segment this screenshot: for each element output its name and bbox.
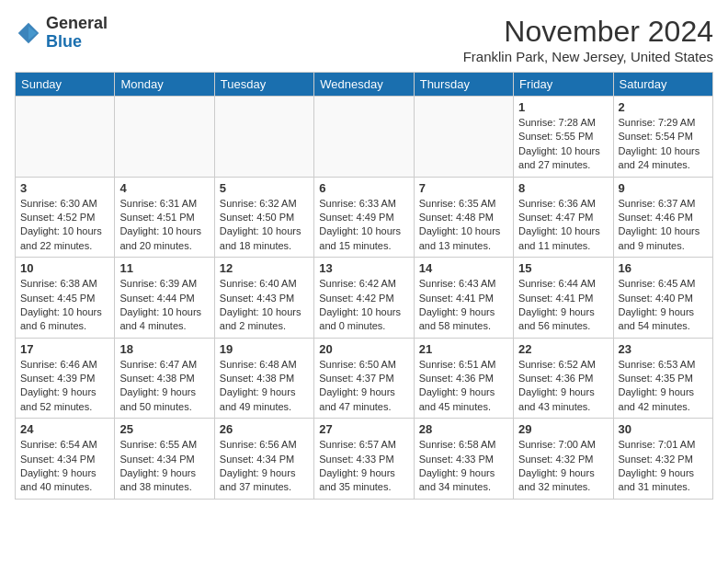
calendar-cell: 17Sunrise: 6:46 AM Sunset: 4:39 PM Dayli… <box>16 338 115 419</box>
day-number: 3 <box>20 181 109 195</box>
day-number: 10 <box>20 261 109 275</box>
day-number: 9 <box>619 181 708 195</box>
calendar-cell <box>214 97 313 178</box>
location-title: Franklin Park, New Jersey, United States <box>463 49 713 64</box>
day-number: 14 <box>419 261 508 275</box>
calendar-cell: 12Sunrise: 6:40 AM Sunset: 4:43 PM Dayli… <box>214 258 313 339</box>
day-number: 20 <box>319 342 408 356</box>
day-number: 28 <box>419 422 508 436</box>
calendar-cell: 3Sunrise: 6:30 AM Sunset: 4:52 PM Daylig… <box>16 177 115 258</box>
day-info: Sunrise: 6:30 AM Sunset: 4:52 PM Dayligh… <box>20 197 109 254</box>
calendar-cell: 2Sunrise: 7:29 AM Sunset: 5:54 PM Daylig… <box>613 97 712 178</box>
month-title: November 2024 <box>463 15 713 49</box>
calendar-day-header: Sunday <box>16 73 115 97</box>
calendar-cell: 20Sunrise: 6:50 AM Sunset: 4:37 PM Dayli… <box>314 338 414 419</box>
day-info: Sunrise: 6:47 AM Sunset: 4:38 PM Dayligh… <box>119 358 209 415</box>
calendar-cell: 6Sunrise: 6:33 AM Sunset: 4:49 PM Daylig… <box>314 177 414 258</box>
calendar-cell: 21Sunrise: 6:51 AM Sunset: 4:36 PM Dayli… <box>414 338 513 419</box>
calendar-cell: 27Sunrise: 6:57 AM Sunset: 4:33 PM Dayli… <box>314 419 414 500</box>
day-info: Sunrise: 6:48 AM Sunset: 4:38 PM Dayligh… <box>220 358 309 415</box>
day-info: Sunrise: 6:32 AM Sunset: 4:50 PM Dayligh… <box>220 197 309 254</box>
day-info: Sunrise: 6:39 AM Sunset: 4:44 PM Dayligh… <box>119 277 209 334</box>
day-number: 17 <box>20 342 109 356</box>
day-number: 25 <box>119 422 209 436</box>
day-info: Sunrise: 6:38 AM Sunset: 4:45 PM Dayligh… <box>20 277 109 334</box>
calendar-cell: 15Sunrise: 6:44 AM Sunset: 4:41 PM Dayli… <box>514 258 613 339</box>
calendar-cell: 29Sunrise: 7:00 AM Sunset: 4:32 PM Dayli… <box>514 419 613 500</box>
day-number: 15 <box>518 261 608 275</box>
logo: General Blue <box>15 15 108 52</box>
day-number: 27 <box>319 422 408 436</box>
page-header: General Blue November 2024 Franklin Park… <box>15 15 713 64</box>
day-info: Sunrise: 6:33 AM Sunset: 4:49 PM Dayligh… <box>319 197 408 254</box>
title-area: November 2024 Franklin Park, New Jersey,… <box>463 15 713 64</box>
calendar-cell: 25Sunrise: 6:55 AM Sunset: 4:34 PM Dayli… <box>115 419 214 500</box>
logo-icon <box>15 19 42 47</box>
day-number: 7 <box>419 181 508 195</box>
calendar-cell: 26Sunrise: 6:56 AM Sunset: 4:34 PM Dayli… <box>214 419 313 500</box>
calendar-header-row: SundayMondayTuesdayWednesdayThursdayFrid… <box>16 73 713 97</box>
logo-text: General Blue <box>46 15 108 52</box>
calendar-cell: 4Sunrise: 6:31 AM Sunset: 4:51 PM Daylig… <box>115 177 214 258</box>
calendar-cell: 7Sunrise: 6:35 AM Sunset: 4:48 PM Daylig… <box>414 177 513 258</box>
calendar-cell: 13Sunrise: 6:42 AM Sunset: 4:42 PM Dayli… <box>314 258 414 339</box>
day-info: Sunrise: 6:57 AM Sunset: 4:33 PM Dayligh… <box>319 438 408 495</box>
calendar-week-row: 17Sunrise: 6:46 AM Sunset: 4:39 PM Dayli… <box>16 338 713 419</box>
calendar-cell: 18Sunrise: 6:47 AM Sunset: 4:38 PM Dayli… <box>115 338 214 419</box>
calendar-cell: 11Sunrise: 6:39 AM Sunset: 4:44 PM Dayli… <box>115 258 214 339</box>
day-info: Sunrise: 6:35 AM Sunset: 4:48 PM Dayligh… <box>419 197 508 254</box>
day-info: Sunrise: 6:40 AM Sunset: 4:43 PM Dayligh… <box>220 277 309 334</box>
calendar-cell: 28Sunrise: 6:58 AM Sunset: 4:33 PM Dayli… <box>414 419 513 500</box>
day-info: Sunrise: 6:55 AM Sunset: 4:34 PM Dayligh… <box>119 438 209 495</box>
day-number: 12 <box>220 261 309 275</box>
day-info: Sunrise: 6:50 AM Sunset: 4:37 PM Dayligh… <box>319 358 408 415</box>
calendar-cell: 10Sunrise: 6:38 AM Sunset: 4:45 PM Dayli… <box>16 258 115 339</box>
day-number: 23 <box>619 342 708 356</box>
day-number: 11 <box>119 261 209 275</box>
calendar-cell: 14Sunrise: 6:43 AM Sunset: 4:41 PM Dayli… <box>414 258 513 339</box>
calendar-cell: 30Sunrise: 7:01 AM Sunset: 4:32 PM Dayli… <box>613 419 712 500</box>
calendar-cell <box>16 97 115 178</box>
day-number: 8 <box>518 181 608 195</box>
calendar-cell: 19Sunrise: 6:48 AM Sunset: 4:38 PM Dayli… <box>214 338 313 419</box>
day-number: 1 <box>518 100 608 114</box>
day-number: 16 <box>619 261 708 275</box>
calendar-day-header: Tuesday <box>214 73 313 97</box>
calendar-cell: 1Sunrise: 7:28 AM Sunset: 5:55 PM Daylig… <box>514 97 613 178</box>
day-number: 30 <box>619 422 708 436</box>
calendar-cell: 16Sunrise: 6:45 AM Sunset: 4:40 PM Dayli… <box>613 258 712 339</box>
calendar-week-row: 10Sunrise: 6:38 AM Sunset: 4:45 PM Dayli… <box>16 258 713 339</box>
day-number: 4 <box>119 181 209 195</box>
day-number: 6 <box>319 181 408 195</box>
day-info: Sunrise: 6:42 AM Sunset: 4:42 PM Dayligh… <box>319 277 408 334</box>
day-info: Sunrise: 6:58 AM Sunset: 4:33 PM Dayligh… <box>419 438 508 495</box>
day-info: Sunrise: 6:54 AM Sunset: 4:34 PM Dayligh… <box>20 438 109 495</box>
day-info: Sunrise: 7:01 AM Sunset: 4:32 PM Dayligh… <box>619 438 708 495</box>
calendar-cell <box>414 97 513 178</box>
calendar-week-row: 1Sunrise: 7:28 AM Sunset: 5:55 PM Daylig… <box>16 97 713 178</box>
calendar-day-header: Thursday <box>414 73 513 97</box>
calendar-cell: 22Sunrise: 6:52 AM Sunset: 4:36 PM Dayli… <box>514 338 613 419</box>
calendar-cell <box>314 97 414 178</box>
calendar-cell: 8Sunrise: 6:36 AM Sunset: 4:47 PM Daylig… <box>514 177 613 258</box>
day-info: Sunrise: 6:36 AM Sunset: 4:47 PM Dayligh… <box>518 197 608 254</box>
calendar-day-header: Wednesday <box>314 73 414 97</box>
calendar-table: SundayMondayTuesdayWednesdayThursdayFrid… <box>15 72 713 500</box>
day-info: Sunrise: 6:51 AM Sunset: 4:36 PM Dayligh… <box>419 358 508 415</box>
day-info: Sunrise: 7:29 AM Sunset: 5:54 PM Dayligh… <box>619 116 708 173</box>
day-number: 18 <box>119 342 209 356</box>
day-number: 24 <box>20 422 109 436</box>
day-number: 26 <box>220 422 309 436</box>
day-info: Sunrise: 7:28 AM Sunset: 5:55 PM Dayligh… <box>518 116 608 173</box>
calendar-cell: 24Sunrise: 6:54 AM Sunset: 4:34 PM Dayli… <box>16 419 115 500</box>
day-info: Sunrise: 6:53 AM Sunset: 4:35 PM Dayligh… <box>619 358 708 415</box>
day-number: 21 <box>419 342 508 356</box>
day-info: Sunrise: 6:52 AM Sunset: 4:36 PM Dayligh… <box>518 358 608 415</box>
day-info: Sunrise: 6:31 AM Sunset: 4:51 PM Dayligh… <box>119 197 209 254</box>
day-number: 19 <box>220 342 309 356</box>
day-info: Sunrise: 6:46 AM Sunset: 4:39 PM Dayligh… <box>20 358 109 415</box>
day-number: 29 <box>518 422 608 436</box>
calendar-week-row: 24Sunrise: 6:54 AM Sunset: 4:34 PM Dayli… <box>16 419 713 500</box>
calendar-week-row: 3Sunrise: 6:30 AM Sunset: 4:52 PM Daylig… <box>16 177 713 258</box>
day-info: Sunrise: 6:45 AM Sunset: 4:40 PM Dayligh… <box>619 277 708 334</box>
